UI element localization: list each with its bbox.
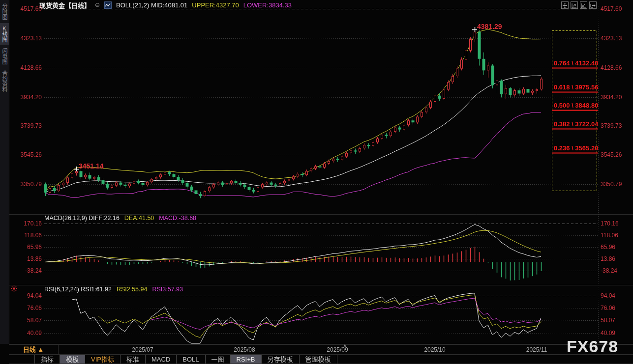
rsi-tick-right: 40.09	[601, 330, 615, 336]
rsi3-value: RSI3:57.93	[152, 286, 183, 293]
toolbar-item-3[interactable]: 标准	[121, 355, 146, 364]
macd-tick-right: 170.16	[601, 220, 619, 227]
chart-canvas[interactable]	[0, 0, 633, 364]
time-tick: 2025/07	[132, 346, 153, 353]
toolbar-item-0[interactable]: 指标	[34, 355, 60, 364]
rsi-tick-left: 40.09	[0, 330, 42, 336]
price-tick-left: 3545.26	[0, 151, 42, 158]
time-tick: 2025/10	[424, 346, 445, 353]
time-axis-row: 日线 ▲ ∨ 2025/072025/082025/092025/102025/…	[9, 344, 633, 355]
price-tick-right: 3739.73	[601, 122, 622, 129]
indicator-chart-icon	[104, 1, 112, 9]
toolbar-item-9[interactable]: 管理模板	[300, 355, 337, 364]
toolbar-item-7[interactable]: RSI+B	[231, 355, 262, 364]
rsi-tick-left: 76.06	[0, 305, 42, 311]
toolbar-item-5[interactable]: BOLL	[177, 355, 205, 364]
period-selector[interactable]: 日线 ▲	[9, 345, 59, 354]
macd-tick-left: 118.06	[0, 232, 42, 239]
rsi-tick-left: 58.07	[0, 317, 42, 324]
time-tick: 2025/11	[526, 346, 547, 353]
window-tools	[561, 1, 597, 9]
fib-level-label: 0.500 \ 3848.80	[554, 102, 598, 109]
macd-tick-left: 13.86	[0, 255, 42, 262]
axis-zoom-in-icon[interactable]	[571, 1, 578, 9]
macd-dea-value: DEA:41.50	[124, 215, 154, 222]
macd-tick-right: 118.06	[601, 232, 618, 239]
price-tick-left: 3350.79	[0, 181, 42, 188]
price-tick-right: 4128.66	[601, 64, 622, 71]
sidebar-tab-3[interactable]: 合约资料	[0, 68, 9, 94]
rsi1-value: RSI(6,12,24) RSI1:61.92	[44, 286, 112, 293]
macd-tick-left: 65.96	[0, 244, 42, 251]
macd-panel-header: MACD(26,12,9) DIFF:22.16 DEA:41.50 MACD:…	[44, 215, 196, 222]
fib-level-label: 0.618 \ 3975.56	[554, 84, 598, 91]
fib-level-label: 0.382 \ 3722.04	[554, 120, 598, 128]
boll-value: BOLL(21,2) MID:4081.01	[116, 1, 187, 9]
toolbar-item-6[interactable]: 一图	[206, 355, 231, 364]
pan-tool-icon[interactable]	[561, 1, 569, 9]
price-tick-left: 4323.13	[0, 35, 42, 42]
toolbar-item-1[interactable]: 模板	[60, 355, 85, 364]
bottom-toolbar: 指标模板VIP指标标准MACDBOLL一图RSI+B另存模板管理模板	[9, 355, 633, 364]
price-tick-left: 3934.20	[0, 94, 42, 101]
fib-level-label: 0.764 \ 4132.40	[554, 59, 598, 67]
time-tick: 2025/08	[234, 346, 255, 353]
price-annotation: 3451.14	[79, 162, 104, 170]
price-tick-right: 3350.79	[601, 181, 622, 188]
price-tick-right: 4323.13	[601, 35, 622, 42]
brand-watermark: FX678	[567, 337, 618, 356]
toolbar-item-4[interactable]: MACD	[146, 355, 177, 364]
sidebar-tab-2[interactable]: 闪电图	[0, 46, 9, 67]
axis-zoom-out-icon[interactable]	[580, 1, 587, 9]
main-chart-header: 现货黄金【日线】 ⊖ BOLL(21,2) MID:4081.01 UPPER:…	[39, 1, 292, 9]
symbol-title: 现货黄金【日线】	[39, 0, 90, 10]
macd-tick-right: 65.96	[601, 244, 615, 251]
indicator-settings-icon[interactable]	[10, 285, 18, 292]
macd-tick-right: 13.86	[601, 255, 615, 262]
macd-tick-left: 170.16	[0, 220, 42, 227]
price-tick-left: 4128.66	[0, 64, 42, 71]
rsi2-value: RSI2:55.94	[117, 286, 148, 293]
macd-tick-left: -38.24	[0, 267, 42, 274]
toolbar-item-8[interactable]: 另存模板	[262, 355, 300, 364]
price-tick-right: 3545.26	[601, 151, 622, 158]
macd-diff-value: MACD(26,12,9) DIFF:22.16	[44, 215, 120, 222]
fib-level-label: 0.236 \ 3565.20	[554, 144, 598, 152]
macd-value: MACD:-38.68	[159, 215, 196, 222]
rsi-panel-header: RSI(6,12,24) RSI1:61.92 RSI2:55.94 RSI3:…	[44, 286, 183, 293]
chart-application: 分时图K线图闪电图合约资料 现货黄金【日线】 ⊖ BOLL(21,2) MID:…	[0, 0, 633, 364]
rsi-tick-right: 58.07	[601, 317, 615, 324]
collapse-indicator-icon[interactable]: ⊖	[95, 1, 100, 8]
boll-upper-value: UPPER:4327.70	[192, 1, 239, 9]
price-annotation: 4381.29	[477, 23, 502, 30]
time-tick: 2025/09	[327, 346, 348, 353]
toolbar-item-2[interactable]: VIP指标	[85, 355, 121, 364]
rsi-tick-right: 94.04	[601, 292, 615, 299]
price-tick-right: 3934.20	[601, 94, 622, 101]
rsi-tick-right: 76.06	[601, 305, 615, 311]
price-tick-left: 3739.73	[0, 122, 42, 129]
price-tick-left: 4517.60	[0, 5, 42, 12]
boll-lower-value: LOWER:3834.33	[243, 1, 292, 9]
rsi-tick-left: 94.04	[0, 292, 42, 299]
price-tick-right: 4517.60	[601, 5, 622, 12]
macd-tick-right: -38.24	[601, 267, 617, 274]
export-chart-icon[interactable]	[589, 1, 597, 9]
